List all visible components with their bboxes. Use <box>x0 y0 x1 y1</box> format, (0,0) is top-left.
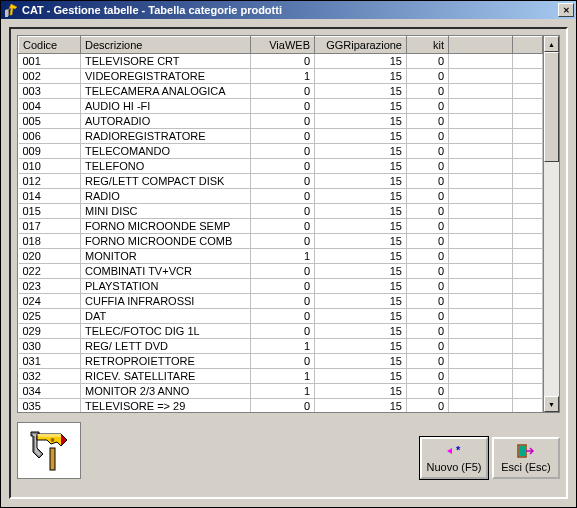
table-row[interactable]: 029TELEC/FOTOC DIG 1L0150 <box>19 324 543 339</box>
cell-descrizione: FORNO MICROONDE COMB <box>81 234 251 249</box>
table-row[interactable]: 034MONITOR 2/3 ANNO1150 <box>19 384 543 399</box>
cell-blank <box>449 174 513 189</box>
table-row[interactable]: 018FORNO MICROONDE COMB0150 <box>19 234 543 249</box>
table-row[interactable]: 005AUTORADIO0150 <box>19 114 543 129</box>
table-row[interactable]: 022COMBINATI TV+VCR0150 <box>19 264 543 279</box>
cell-blank <box>449 69 513 84</box>
scroll-down-button[interactable]: ▼ <box>544 396 559 412</box>
col-blank2[interactable] <box>513 37 543 54</box>
cell-codice: 031 <box>19 354 81 369</box>
scroll-track[interactable] <box>544 52 559 396</box>
cell-codice: 003 <box>19 84 81 99</box>
cell-codice: 005 <box>19 114 81 129</box>
cell-kit: 0 <box>407 69 449 84</box>
cell-blank <box>449 309 513 324</box>
col-descrizione[interactable]: Descrizione <box>81 37 251 54</box>
cell-ggrip: 15 <box>315 144 407 159</box>
table-row[interactable]: 009TELECOMANDO0150 <box>19 144 543 159</box>
table-row[interactable]: 004AUDIO HI -FI0150 <box>19 99 543 114</box>
cell-kit: 0 <box>407 99 449 114</box>
cell-kit: 0 <box>407 144 449 159</box>
col-viaweb[interactable]: ViaWEB <box>251 37 315 54</box>
cell-codice: 032 <box>19 369 81 384</box>
cell-codice: 035 <box>19 399 81 413</box>
table-row[interactable]: 032RICEV. SATELLITARE1150 <box>19 369 543 384</box>
cell-kit: 0 <box>407 159 449 174</box>
cell-descrizione: COMBINATI TV+VCR <box>81 264 251 279</box>
col-ggriparazione[interactable]: GGRiparazione <box>315 37 407 54</box>
scroll-thumb[interactable] <box>544 52 559 162</box>
table-row[interactable]: 014RADIO0150 <box>19 189 543 204</box>
data-grid[interactable]: Codice Descrizione ViaWEB GGRiparazione … <box>17 35 560 413</box>
vertical-scrollbar[interactable]: ▲ ▼ <box>543 36 559 412</box>
cell-descrizione: TELECAMERA ANALOGICA <box>81 84 251 99</box>
cell-blank <box>449 249 513 264</box>
cell-blank <box>449 294 513 309</box>
esci-button[interactable]: Esci (Esc) <box>492 437 560 479</box>
cell-kit: 0 <box>407 279 449 294</box>
cell-kit: 0 <box>407 189 449 204</box>
cell-viaweb: 0 <box>251 264 315 279</box>
table-row[interactable]: 030REG/ LETT DVD1150 <box>19 339 543 354</box>
app-window: CAT - Gestione tabelle - Tabella categor… <box>0 0 577 508</box>
table-row[interactable]: 023PLAYSTATION0150 <box>19 279 543 294</box>
cell-descrizione: REG/ LETT DVD <box>81 339 251 354</box>
table-row[interactable]: 017FORNO MICROONDE SEMP0150 <box>19 219 543 234</box>
cell-ggrip: 15 <box>315 114 407 129</box>
col-codice[interactable]: Codice <box>19 37 81 54</box>
cell-kit: 0 <box>407 234 449 249</box>
cell-blank <box>513 84 543 99</box>
table-row[interactable]: 002VIDEOREGISTRATORE1150 <box>19 69 543 84</box>
cell-blank <box>449 204 513 219</box>
cell-blank <box>513 159 543 174</box>
cell-codice: 015 <box>19 204 81 219</box>
cell-ggrip: 15 <box>315 354 407 369</box>
table-row[interactable]: 006RADIOREGISTRATORE0150 <box>19 129 543 144</box>
nuovo-button[interactable]: * Nuovo (F5) <box>420 437 488 479</box>
new-icon: * <box>444 443 464 459</box>
table-row[interactable]: 001TELEVISORE CRT0150 <box>19 54 543 69</box>
col-blank[interactable] <box>449 37 513 54</box>
cell-ggrip: 15 <box>315 264 407 279</box>
cell-blank <box>449 144 513 159</box>
close-button[interactable]: ✕ <box>558 3 574 17</box>
cell-codice: 030 <box>19 339 81 354</box>
cell-blank <box>449 189 513 204</box>
cell-descrizione: AUDIO HI -FI <box>81 99 251 114</box>
cell-ggrip: 15 <box>315 294 407 309</box>
table-row[interactable]: 010TELEFONO0150 <box>19 159 543 174</box>
cell-viaweb: 0 <box>251 159 315 174</box>
cell-codice: 002 <box>19 69 81 84</box>
cell-blank <box>513 144 543 159</box>
cell-codice: 025 <box>19 309 81 324</box>
esci-label: Esci (Esc) <box>501 461 551 473</box>
cell-blank <box>449 234 513 249</box>
cell-descrizione: MINI DISC <box>81 204 251 219</box>
table-row[interactable]: 024CUFFIA INFRAROSSI0150 <box>19 294 543 309</box>
cell-kit: 0 <box>407 249 449 264</box>
table-row[interactable]: 012REG/LETT COMPACT DISK0150 <box>19 174 543 189</box>
cell-viaweb: 0 <box>251 114 315 129</box>
table-row[interactable]: 020MONITOR1150 <box>19 249 543 264</box>
table-row[interactable]: 025DAT0150 <box>19 309 543 324</box>
cell-blank <box>513 264 543 279</box>
scroll-up-button[interactable]: ▲ <box>544 36 559 52</box>
col-kit[interactable]: kit <box>407 37 449 54</box>
table-row[interactable]: 035TELEVISORE => 290150 <box>19 399 543 413</box>
cell-ggrip: 15 <box>315 174 407 189</box>
table-row[interactable]: 015MINI DISC0150 <box>19 204 543 219</box>
cell-codice: 018 <box>19 234 81 249</box>
cell-viaweb: 1 <box>251 369 315 384</box>
cell-ggrip: 15 <box>315 204 407 219</box>
cell-descrizione: MONITOR 2/3 ANNO <box>81 384 251 399</box>
table-row[interactable]: 031RETROPROIETTORE0150 <box>19 354 543 369</box>
cell-descrizione: AUTORADIO <box>81 114 251 129</box>
cell-descrizione: VIDEOREGISTRATORE <box>81 69 251 84</box>
cell-kit: 0 <box>407 114 449 129</box>
cell-blank <box>513 339 543 354</box>
cell-blank <box>513 69 543 84</box>
bottom-bar: * Nuovo (F5) Esci ( <box>17 419 560 479</box>
cell-codice: 009 <box>19 144 81 159</box>
table-row[interactable]: 003TELECAMERA ANALOGICA0150 <box>19 84 543 99</box>
cell-codice: 029 <box>19 324 81 339</box>
